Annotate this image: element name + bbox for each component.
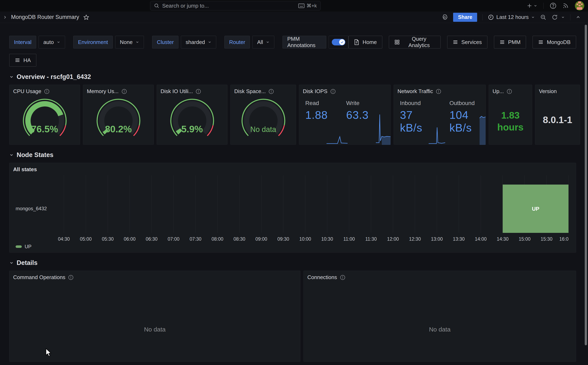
grid-icon xyxy=(394,39,400,45)
nav-button-home[interactable]: Home xyxy=(348,36,382,49)
time-range-picker[interactable]: Last 12 hours xyxy=(488,14,535,20)
news-feed-icon[interactable] xyxy=(562,3,569,9)
gauge-value: No data xyxy=(230,125,296,134)
gauge-value: 5.9% xyxy=(157,124,227,135)
x-axis-label: 05:00 xyxy=(80,236,92,242)
panel-command-operations: Command Operations No data xyxy=(9,271,300,362)
nav-button-mongodb[interactable]: MongoDB xyxy=(533,36,576,49)
add-button[interactable] xyxy=(527,3,537,9)
info-icon[interactable] xyxy=(436,89,441,94)
toggle-switch[interactable] xyxy=(332,39,345,45)
chevron-down-icon xyxy=(9,153,14,157)
info-icon[interactable] xyxy=(122,89,127,94)
version-value: 8.0.1-1 xyxy=(535,114,580,126)
dashboard-title[interactable]: MongoDB Router Summary xyxy=(11,14,79,20)
x-axis-label: 12:30 xyxy=(409,236,421,242)
search-input[interactable] xyxy=(162,3,295,9)
chevron-down-icon xyxy=(561,15,565,19)
info-icon[interactable] xyxy=(44,89,49,94)
info-icon[interactable] xyxy=(68,275,74,280)
dashboard-settings-icon[interactable] xyxy=(442,14,448,20)
variable-label-interval[interactable]: Interval xyxy=(9,36,36,49)
panel-title[interactable]: Network Traffic xyxy=(398,88,433,95)
panel-gauge-1: Memory Us...80.2% xyxy=(83,85,154,145)
x-axis-label: 16:0 xyxy=(559,236,568,242)
panel-title[interactable]: Disk IO Utili... xyxy=(161,88,193,95)
info-icon[interactable] xyxy=(340,275,345,280)
legend[interactable]: UP xyxy=(16,244,31,250)
share-button[interactable]: Share xyxy=(453,13,477,22)
variable-value-dropdown[interactable]: All xyxy=(252,36,274,49)
x-axis-label: 06:00 xyxy=(124,236,136,242)
variable-value-dropdown[interactable]: sharded xyxy=(181,36,216,49)
variable-environment: EnvironmentNone xyxy=(73,36,144,49)
x-axis-label: 04:30 xyxy=(58,236,70,242)
search-icon xyxy=(154,3,159,8)
ha-row: HA xyxy=(9,54,576,67)
x-axis-label: 09:30 xyxy=(277,236,289,242)
variable-router: RouterAll xyxy=(224,36,274,49)
zoom-out-icon[interactable] xyxy=(540,14,546,20)
divider xyxy=(543,3,544,9)
x-axis-label: 06:30 xyxy=(146,236,158,242)
menu-icon xyxy=(538,39,543,45)
x-axis-label: 07:30 xyxy=(189,236,201,242)
user-avatar[interactable] xyxy=(575,1,584,10)
info-icon[interactable] xyxy=(507,89,512,94)
ha-button[interactable]: HA xyxy=(9,54,36,67)
chevron-down-icon xyxy=(534,4,537,8)
state-timeline-plot: 04:3005:0005:3006:0006:3007:0007:3008:00… xyxy=(9,163,576,252)
refresh-button[interactable] xyxy=(552,14,565,20)
collapse-caret-icon[interactable] xyxy=(576,15,581,20)
keyboard-icon xyxy=(298,3,304,8)
section-overview[interactable]: Overview - rscfg01_6432 xyxy=(9,73,576,81)
panel-title[interactable]: Disk Space... xyxy=(234,88,266,95)
divider xyxy=(570,14,570,20)
pmm-annotations-toggle[interactable] xyxy=(329,36,348,49)
x-axis-label: 15:30 xyxy=(541,236,553,242)
variable-label-router[interactable]: Router xyxy=(224,36,250,49)
panel-connections: Connections No data xyxy=(304,271,576,362)
x-axis-label: 05:30 xyxy=(102,236,114,242)
check-icon xyxy=(340,41,344,44)
variable-value-dropdown[interactable]: auto xyxy=(39,36,65,49)
home-icon xyxy=(354,39,359,45)
x-axis-label: 10:30 xyxy=(321,236,333,242)
star-icon[interactable] xyxy=(83,14,89,20)
panel-title[interactable]: Connections xyxy=(307,274,337,281)
x-axis-label: 11:00 xyxy=(343,236,355,242)
chevron-down-icon xyxy=(9,261,14,265)
section-details[interactable]: Details xyxy=(9,259,576,267)
pmm-annotations-label: PMM Annotations xyxy=(283,36,326,49)
scrollbar-thumb[interactable] xyxy=(585,25,587,345)
panel-uptime: Up... 1.83 hours xyxy=(489,85,532,145)
help-icon[interactable] xyxy=(550,2,556,9)
info-icon[interactable] xyxy=(269,89,274,94)
stat-inbound: Inbound 37 kB/s xyxy=(400,100,431,134)
section-node-states[interactable]: Node States xyxy=(9,151,576,159)
variable-label-cluster[interactable]: Cluster xyxy=(152,36,178,49)
panel-title[interactable]: Disk IOPS xyxy=(303,88,327,95)
variable-label-environment[interactable]: Environment xyxy=(73,36,113,49)
panel-title[interactable]: Up... xyxy=(493,88,504,95)
details-panels-row: Command Operations No data Connections N… xyxy=(9,271,576,362)
nav-button-query-analytics[interactable]: Query Analytics xyxy=(389,36,441,49)
panel-title[interactable]: Version xyxy=(539,88,557,95)
template-variables-row: IntervalautoEnvironmentNoneClustersharde… xyxy=(9,36,576,49)
info-icon[interactable] xyxy=(196,89,201,94)
search-bar[interactable]: ⌘+k xyxy=(150,1,321,10)
variable-value-dropdown[interactable]: None xyxy=(115,36,144,49)
dashboard-content: IntervalautoEnvironmentNoneClustersharde… xyxy=(0,36,588,362)
panel-title[interactable]: Command Operations xyxy=(13,274,65,281)
info-icon[interactable] xyxy=(330,89,336,94)
panel-title[interactable]: Memory Us... xyxy=(87,88,119,95)
top-navigation-bar: ⌘+k xyxy=(0,0,588,12)
gauge-chart xyxy=(159,94,225,143)
chevron-right-icon[interactable] xyxy=(3,15,7,19)
nav-button-pmm[interactable]: PMM xyxy=(494,36,526,49)
x-axis-label: 10:00 xyxy=(299,236,311,242)
dashboard-toolbar: MongoDB Router Summary Share Last 12 hou… xyxy=(0,12,588,23)
nav-button-services[interactable]: Services xyxy=(447,36,487,49)
panel-all-states: All states mongos_6432 04:3005:0005:3006… xyxy=(9,163,576,253)
panel-title[interactable]: CPU Usage xyxy=(13,88,41,95)
